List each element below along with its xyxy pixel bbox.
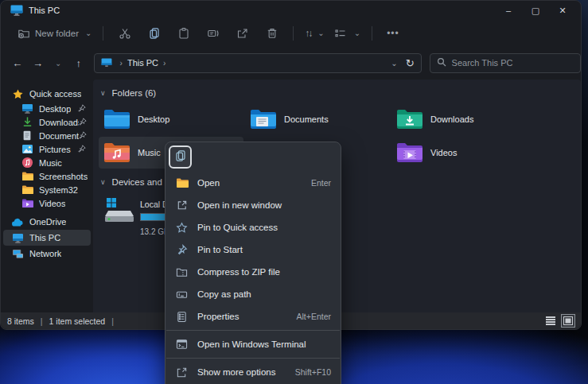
address-dropdown-icon[interactable]: ⌄ <box>391 59 397 68</box>
sidebar-item-onedrive[interactable]: OneDrive <box>3 214 91 230</box>
menu-item-pin-quick-access[interactable]: Pin to Quick access <box>165 216 341 239</box>
copy-button[interactable] <box>139 23 169 43</box>
new-folder-button[interactable]: New folder ⌄ <box>12 23 96 43</box>
menu-item-properties[interactable]: Properties Alt+Enter <box>165 305 341 328</box>
folder-icon <box>21 184 33 196</box>
chevron-down-icon: ⌄ <box>317 29 324 37</box>
music-icon <box>21 157 33 169</box>
folders-section-label: Folders (6) <box>112 88 157 98</box>
network-icon <box>11 247 24 260</box>
see-more-button[interactable]: ••• <box>379 25 407 42</box>
menu-item-open[interactable]: Open Enter <box>165 172 341 194</box>
menu-item-pin-start[interactable]: Pin to Start <box>165 239 341 261</box>
copy-quick-action[interactable] <box>169 145 192 169</box>
sidebar-item-pictures[interactable]: Pictures <box>3 142 91 156</box>
titlebar: This PC – ▢ ✕ <box>1 1 581 20</box>
folders-section-header[interactable]: ∨ Folders (6) <box>100 86 581 100</box>
selected-count: 1 item selected <box>49 316 106 326</box>
thumbnail-view-button[interactable] <box>562 315 574 327</box>
rename-button[interactable] <box>198 23 228 43</box>
sidebar-item-desktop[interactable]: Desktop <box>3 102 91 115</box>
chevron-down-icon: ⌄ <box>354 29 360 37</box>
tile-downloads[interactable]: Downloads <box>391 103 536 135</box>
breadcrumb-this-pc[interactable]: This PC <box>127 58 158 68</box>
pin-icon <box>79 118 88 127</box>
music-folder-icon <box>103 141 130 165</box>
copy-path-icon <box>175 288 189 301</box>
breadcrumb-separator: › <box>120 59 123 68</box>
copy-icon <box>147 26 161 40</box>
this-pc-icon <box>101 58 112 68</box>
sidebar-item-this-pc[interactable]: This PC <box>3 230 91 246</box>
tile-desktop[interactable]: Desktop <box>99 103 243 135</box>
collapse-chevron-icon[interactable]: ∨ <box>100 89 106 97</box>
terminal-icon <box>175 338 189 351</box>
video-folder-icon <box>21 197 33 210</box>
menu-item-show-more-options[interactable]: Show more options Shift+F10 <box>165 361 341 383</box>
toolbar-divider <box>103 26 103 41</box>
sidebar-item-downloads[interactable]: Downloads <box>3 115 91 129</box>
back-button[interactable]: ← <box>8 53 27 72</box>
menu-separator <box>166 358 340 359</box>
tile-videos[interactable]: Videos <box>391 137 536 169</box>
refresh-icon[interactable]: ↻ <box>406 57 415 69</box>
open-new-window-icon <box>175 199 189 212</box>
forward-button[interactable]: → <box>29 53 48 72</box>
paste-button[interactable] <box>169 23 198 43</box>
maximize-button[interactable]: ▢ <box>522 1 549 20</box>
show-more-icon <box>175 366 189 379</box>
sidebar-item-music[interactable]: Music <box>3 156 91 169</box>
more-icon: ••• <box>387 28 399 39</box>
close-button[interactable]: ✕ <box>549 1 576 20</box>
toolbar-divider <box>293 26 294 41</box>
copy-icon <box>174 149 187 165</box>
sidebar: Quick access Desktop Downloads <box>1 80 93 312</box>
navigation-row: ← → ⌄ ↑ › This PC › ⌄ ↻ <box>1 46 581 80</box>
delete-button[interactable] <box>257 23 286 43</box>
downloads-folder-icon <box>396 107 423 131</box>
downloads-icon <box>21 116 33 129</box>
collapse-chevron-icon[interactable]: ∨ <box>100 178 106 186</box>
sidebar-item-network[interactable]: Network <box>3 246 91 262</box>
toolbar-divider <box>372 26 372 41</box>
details-view-button[interactable] <box>544 315 557 327</box>
context-menu-icon-bar <box>165 142 341 172</box>
cut-button[interactable] <box>110 23 139 43</box>
share-button[interactable] <box>228 23 257 43</box>
search-box[interactable] <box>430 53 581 73</box>
rename-icon <box>206 26 220 40</box>
menu-item-copy-as-path[interactable]: Copy as path <box>165 283 341 305</box>
sidebar-item-videos[interactable]: Videos <box>3 196 91 210</box>
sidebar-item-system32[interactable]: System32 <box>3 183 91 196</box>
status-divider: | <box>111 316 114 326</box>
zip-folder-icon <box>175 266 189 279</box>
address-bar[interactable]: › This PC › ⌄ ↻ <box>94 53 422 73</box>
command-toolbar: New folder ⌄ <box>1 20 581 46</box>
recent-locations-button[interactable]: ⌄ <box>49 53 68 72</box>
this-pc-icon <box>10 5 23 16</box>
pushpin-icon <box>175 243 189 257</box>
sidebar-item-documents[interactable]: Documents <box>3 129 91 142</box>
sort-button[interactable]: ↑↓ ⌄ <box>300 25 329 42</box>
delete-icon <box>265 26 278 40</box>
menu-item-open-terminal[interactable]: Open in Windows Terminal <box>165 333 341 355</box>
tile-documents[interactable]: Documents <box>245 103 390 135</box>
sidebar-item-screenshots[interactable]: Screenshots <box>3 169 91 183</box>
local-disk-icon <box>103 196 135 223</box>
paste-icon <box>177 26 190 40</box>
star-outline-icon <box>175 221 189 235</box>
sort-icon: ↑↓ <box>305 28 311 39</box>
menu-item-compress-zip[interactable]: Compress to ZIP file <box>165 261 341 283</box>
menu-item-open-new-window[interactable]: Open in new window <box>165 194 341 216</box>
search-input[interactable] <box>452 58 574 68</box>
up-button[interactable]: ↑ <box>69 53 88 72</box>
desktop-folder-icon <box>103 107 130 131</box>
search-icon <box>437 56 446 70</box>
sidebar-item-quick-access[interactable]: Quick access <box>3 86 91 102</box>
folder-icon <box>175 176 189 190</box>
view-icon <box>334 26 348 40</box>
star-icon <box>11 87 24 100</box>
minimize-button[interactable]: – <box>495 1 522 20</box>
view-button[interactable]: ⌄ <box>329 23 365 43</box>
breadcrumb-separator[interactable]: › <box>163 59 165 68</box>
